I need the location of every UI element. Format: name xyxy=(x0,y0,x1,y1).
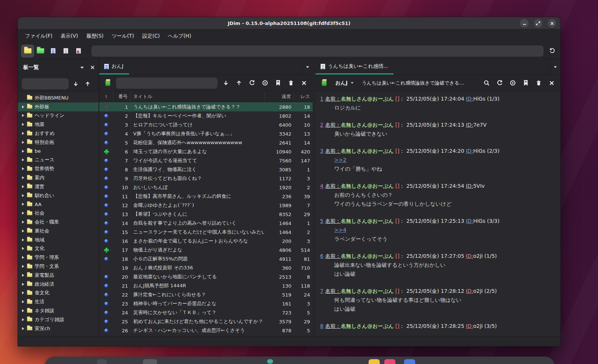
thread-row[interactable]: 7ワイが今読んでる漫画当てて7560147 xyxy=(99,156,313,165)
bookmark-button[interactable] xyxy=(521,78,530,88)
thread-row[interactable]: 3ヒロアカについて語ってけ640010 xyxy=(99,120,313,129)
column-number[interactable]: 番号 xyxy=(113,91,131,102)
dock-icon[interactable] xyxy=(143,359,157,364)
thread-row[interactable]: 22豚汁定食←これにいくら出せる？51924 xyxy=(99,290,313,299)
thread-row[interactable]: ✔1うんちは臭い←これ感情論抜きで論破できる？？288018 xyxy=(99,102,313,111)
reload-list-button[interactable] xyxy=(247,78,257,88)
thread-row[interactable]: 4V豚「うちの事務所は身長低い子多いなぁ…」334213 xyxy=(99,129,313,138)
thread-list-search-input[interactable] xyxy=(116,77,217,89)
expander-icon[interactable] xyxy=(21,265,26,268)
sidebar-item[interactable]: 案内 xyxy=(18,173,98,182)
tab-list-dropdown-button[interactable] xyxy=(550,59,560,75)
expander-icon[interactable] xyxy=(21,185,26,189)
sidebar-item[interactable]: 家電製品 xyxy=(18,271,98,280)
sidebar-search-up-button[interactable] xyxy=(83,79,93,89)
close-button[interactable] xyxy=(548,19,556,28)
thread-row[interactable]: 2【悲報】キルミーベイベー作者、闇が深い180214 xyxy=(99,111,313,120)
post-id-link[interactable]: ID: xyxy=(466,148,473,154)
sidebar-item[interactable]: カテゴリ雑談 xyxy=(18,315,98,324)
post-id-link[interactable]: ID: xyxy=(466,218,473,224)
thread-row[interactable]: 14自我を殺す事でより上の高みへ登り詰めていく14641 xyxy=(99,219,313,228)
expander-icon[interactable] xyxy=(21,123,26,126)
blue-document-button[interactable] xyxy=(47,45,59,57)
expander-icon[interactable] xyxy=(21,114,26,117)
reply-anchor-link[interactable]: >>4 xyxy=(334,227,346,233)
expander-icon[interactable] xyxy=(21,211,26,215)
post-number-link[interactable]: 3 xyxy=(320,148,323,154)
menu-view[interactable]: 表示(V) xyxy=(57,31,82,41)
sidebar-item[interactable]: ヘッドライン xyxy=(18,111,98,120)
target-button[interactable] xyxy=(260,78,270,88)
post-number-link[interactable]: 7 xyxy=(320,288,323,294)
post-id-link[interactable]: ID: xyxy=(466,96,473,102)
thread-row[interactable]: 9刃牙外伝ってどれも面白くね？11723 xyxy=(99,174,313,183)
tab-list-dropdown-button[interactable] xyxy=(302,59,313,75)
reload-button[interactable] xyxy=(547,46,557,56)
maximize-button[interactable] xyxy=(534,19,542,28)
trash-button[interactable] xyxy=(534,78,544,88)
titlebar[interactable]: JDim - 0.15.0-alpha20251108(git:fdfd3f5c… xyxy=(18,17,560,29)
trash-button[interactable] xyxy=(286,78,296,88)
dock[interactable] xyxy=(45,357,555,364)
thread-row[interactable]: 10おいしいちんぽ19202 xyxy=(99,183,313,192)
expander-icon[interactable] xyxy=(21,309,26,313)
thread-row[interactable]: 26チンギス・ハン←カッコいい、成吉思汗←くさそう8785 xyxy=(99,326,313,335)
expander-icon[interactable] xyxy=(21,176,26,180)
sidebar-item[interactable]: 文化 xyxy=(18,244,98,253)
menu-help[interactable]: ヘルプ(H) xyxy=(164,31,195,41)
search-up-button[interactable] xyxy=(234,78,244,88)
sidebar-search-input[interactable] xyxy=(22,78,69,89)
post-number-link[interactable]: 8 xyxy=(320,323,323,329)
sidebar-item[interactable]: 政治経済 xyxy=(18,280,98,289)
expander-icon[interactable] xyxy=(21,105,26,109)
menu-settings[interactable]: 設定(C) xyxy=(138,31,164,41)
thread-row[interactable]: 8生活保護ワイ、物価高に泣く30851 xyxy=(99,165,313,174)
expander-icon[interactable] xyxy=(21,247,26,250)
sidebar-search-down-button[interactable] xyxy=(71,79,81,89)
green-folder-button[interactable] xyxy=(34,45,47,57)
sidebar-dropdown-button[interactable] xyxy=(80,66,84,69)
menu-tools[interactable]: ツール(T) xyxy=(107,31,138,41)
address-bar[interactable] xyxy=(91,45,544,57)
column-mark[interactable]: ! xyxy=(99,91,113,102)
column-res[interactable]: レス xyxy=(294,91,313,102)
thread-row[interactable]: 21おんJ競馬予想部 1444R130118 xyxy=(99,281,313,290)
sidebar-item[interactable]: 会社・職業 xyxy=(18,218,98,227)
post-number-link[interactable]: 5 xyxy=(320,218,323,224)
expander-icon[interactable] xyxy=(21,158,26,162)
expander-icon[interactable] xyxy=(21,273,26,277)
sidebar-item[interactable]: 学問・理系 xyxy=(18,253,98,262)
thread-row[interactable]: 20最近地震ないから地面にパンチしてる25138 xyxy=(99,272,313,281)
post-id-link[interactable]: ID: xyxy=(466,183,473,189)
sidebar-item[interactable]: ネタ雑談 xyxy=(18,306,98,315)
close-tab-button[interactable] xyxy=(299,78,309,88)
yellow-folder-button[interactable] xyxy=(21,45,34,57)
dock-icon[interactable] xyxy=(369,359,380,364)
post-id-link[interactable]: ID: xyxy=(466,323,473,329)
expander-icon[interactable] xyxy=(21,220,26,224)
expander-icon[interactable] xyxy=(21,132,26,135)
expander-icon[interactable] xyxy=(21,318,26,322)
sidebar-item[interactable]: AA xyxy=(18,200,98,209)
sidebar-item[interactable]: be xyxy=(18,147,98,156)
expander-icon[interactable] xyxy=(21,238,26,242)
thread-row[interactable]: 16まさか親の年金で蔵してるおんjニートおらんやろな2003 xyxy=(99,237,313,246)
sidebar-item[interactable]: 社会 xyxy=(18,209,98,218)
column-title[interactable]: タイトル xyxy=(131,91,265,102)
sidebar-item[interactable]: おすすめ xyxy=(18,129,98,138)
minimize-button[interactable] xyxy=(520,19,529,28)
sidebar-item[interactable]: 地震 xyxy=(18,120,98,129)
menu-file[interactable]: ファイル(F) xyxy=(21,31,57,41)
thread-row[interactable]: 25初めておんJに来たけど君たち他にやることないんですか？357929 xyxy=(99,317,313,326)
post-number-link[interactable]: 1 xyxy=(320,96,323,102)
expander-icon[interactable] xyxy=(21,167,26,171)
search-down-button[interactable] xyxy=(221,78,231,88)
document-red-mark-button[interactable] xyxy=(72,45,85,57)
search-button[interactable] xyxy=(482,78,491,88)
thread-row[interactable]: 11【悲報】高市早苗さん、ルッキズムの餌食に23639 xyxy=(99,192,313,201)
expander-icon[interactable] xyxy=(21,229,26,233)
expander-icon[interactable] xyxy=(21,194,26,197)
expander-icon[interactable] xyxy=(21,300,26,304)
board-select-button[interactable]: おんJ xyxy=(332,77,357,89)
post-id-link[interactable]: ID: xyxy=(466,288,473,294)
